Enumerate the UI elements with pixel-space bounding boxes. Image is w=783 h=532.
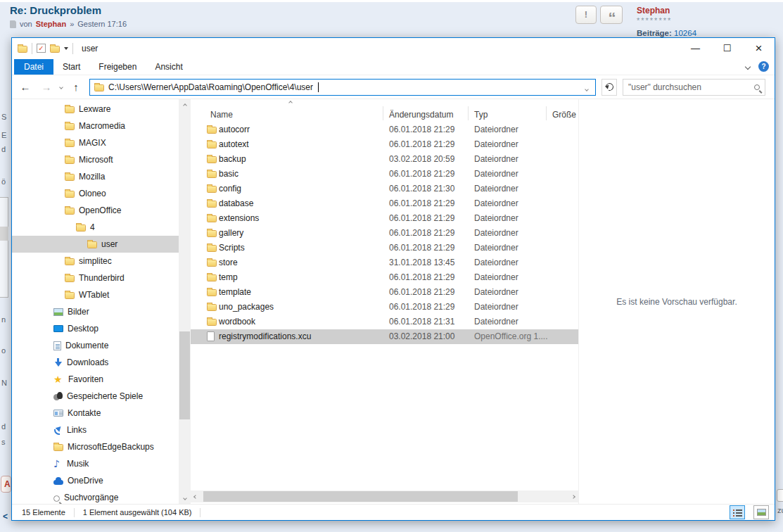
- tree-item-openoffice[interactable]: OpenOffice: [12, 202, 179, 219]
- history-dropdown-icon[interactable]: [59, 85, 63, 89]
- tree-item-links[interactable]: Links: [12, 422, 179, 438]
- tree-item-kontakte[interactable]: Kontakte: [12, 405, 179, 422]
- file-row-registrymodifications-selected[interactable]: registrymodifications.xcu03.02.2018 21:0…: [191, 329, 578, 344]
- file-row-temp[interactable]: temp06.01.2018 21:29Dateiordner: [191, 270, 578, 285]
- tree-scrollbar[interactable]: [179, 99, 191, 504]
- tree-item-4[interactable]: 4: [12, 219, 179, 236]
- tree-item-suchvorgaenge[interactable]: Suchvorgänge: [12, 489, 179, 504]
- tree-item-mozilla[interactable]: Mozilla: [12, 168, 179, 185]
- file-row-config[interactable]: config06.01.2018 21:30Dateiordner: [191, 182, 578, 196]
- tree-item-downloads[interactable]: Downloads: [12, 354, 179, 371]
- file-row-extensions[interactable]: extensions06.01.2018 21:29Dateiordner: [191, 211, 578, 226]
- customize-toolbar-arrow-icon[interactable]: [64, 47, 68, 50]
- column-separator[interactable]: [546, 106, 547, 120]
- tree-item-macromedia[interactable]: Macromedia: [12, 118, 179, 134]
- scrollbar-thumb[interactable]: [203, 491, 518, 502]
- tree-item-wtablet[interactable]: WTablet: [12, 286, 179, 303]
- tree-item-simplitec[interactable]: simplitec: [12, 253, 179, 270]
- address-dropdown-icon[interactable]: [583, 78, 591, 96]
- refresh-button[interactable]: [601, 79, 617, 96]
- scrollbar-thumb[interactable]: [179, 331, 190, 419]
- file-type: Dateiordner: [474, 211, 518, 226]
- column-header-name[interactable]: Name: [210, 110, 233, 120]
- address-input[interactable]: C:\Users\Werner\AppData\Roaming\OpenOffi…: [108, 82, 313, 92]
- tree-item-thunderbird[interactable]: Thunderbird: [12, 270, 179, 286]
- tree-item-label: Dokumente: [65, 341, 108, 350]
- file-row-store[interactable]: store31.01.2018 13:45Dateiordner: [191, 255, 578, 270]
- tree-item-bilder[interactable]: Bilder: [12, 303, 179, 320]
- tree-item-gespeicherte-spiele[interactable]: Gespeicherte Spiele: [12, 388, 179, 405]
- file-row-basic[interactable]: basic06.01.2018 21:29Dateiordner: [191, 167, 578, 182]
- column-header-type[interactable]: Typ: [474, 110, 488, 120]
- reply-button-fragment[interactable]: A: [1, 476, 11, 493]
- column-separator[interactable]: [468, 106, 469, 120]
- file-row-database[interactable]: database06.01.2018 21:29Dateiordner: [191, 196, 578, 211]
- expand-ribbon-icon[interactable]: [745, 63, 751, 69]
- tree-item-dokumente[interactable]: Dokumente: [12, 337, 179, 354]
- post-author-link[interactable]: Stephan: [36, 20, 66, 28]
- column-header-date[interactable]: Änderungsdatum: [389, 110, 453, 120]
- explorer-titlebar[interactable]: ✓ user — ☐ ×: [12, 38, 775, 58]
- back-button[interactable]: ←: [18, 81, 33, 93]
- tree-item-desktop[interactable]: Desktop: [12, 320, 179, 337]
- tab-start[interactable]: Start: [53, 59, 89, 75]
- file-row-autotext[interactable]: autotext06.01.2018 21:29Dateiordner: [191, 137, 578, 152]
- close-button[interactable]: ×: [743, 38, 775, 58]
- forward-button[interactable]: →: [39, 81, 54, 93]
- folder-icon: [65, 292, 75, 299]
- help-button[interactable]: ?: [758, 61, 769, 72]
- tree-item-microsoftedgebackups[interactable]: MicrosoftEdgeBackups: [12, 438, 179, 455]
- column-header-size[interactable]: Größe: [552, 110, 576, 120]
- file-type: Dateiordner: [474, 315, 518, 329]
- tree-item-magix[interactable]: MAGIX: [12, 134, 179, 151]
- tree-item-microsoft[interactable]: Microsoft: [12, 151, 179, 168]
- properties-icon[interactable]: ✓: [37, 44, 46, 53]
- search-input[interactable]: [628, 82, 754, 92]
- file-row-uno-packages[interactable]: uno_packages06.01.2018 21:29Dateiordner: [191, 300, 578, 315]
- tab-datei[interactable]: Datei: [14, 59, 53, 75]
- scroll-down-arrow[interactable]: [179, 492, 191, 504]
- maximize-button[interactable]: ☐: [711, 38, 743, 58]
- tree-item-favoriten[interactable]: ★Favoriten: [12, 371, 179, 388]
- tab-freigeben[interactable]: Freigeben: [89, 59, 146, 75]
- file-row-template[interactable]: template06.01.2018 21:29Dateiordner: [191, 285, 578, 300]
- file-row-gallery[interactable]: gallery06.01.2018 21:29Dateiordner: [191, 226, 578, 241]
- scroll-left-arrow[interactable]: [191, 490, 200, 502]
- tree-item-onedrive[interactable]: OneDrive: [12, 472, 179, 489]
- file-row-scripts[interactable]: Scripts06.01.2018 21:29Dateiordner: [191, 241, 578, 255]
- file-type: Dateiordner: [474, 167, 518, 182]
- thumbnails-view-button[interactable]: [753, 505, 769, 519]
- file-row-autocorr[interactable]: autocorr06.01.2018 21:29Dateiordner: [191, 122, 578, 137]
- tree-item-lexware[interactable]: Lexware: [12, 101, 179, 118]
- profile-username[interactable]: Stephan: [637, 6, 696, 15]
- file-date: 31.01.2018 13:45: [389, 255, 454, 270]
- file-list-horizontal-scrollbar[interactable]: [191, 490, 578, 502]
- minimize-button[interactable]: —: [680, 38, 711, 58]
- new-folder-icon[interactable]: [50, 46, 60, 53]
- tree-item-user-selected[interactable]: user: [12, 236, 179, 253]
- file-type: Dateiordner: [474, 285, 518, 300]
- pagination-fragment[interactable]: <: [3, 512, 8, 521]
- profile-posts-count[interactable]: 10264: [674, 29, 696, 37]
- file-row-backup[interactable]: backup03.02.2018 20:59Dateiordner: [191, 152, 578, 167]
- file-type: Dateiordner: [474, 270, 518, 285]
- folder-icon: [207, 141, 217, 148]
- report-post-button[interactable]: !: [575, 6, 597, 24]
- file-date: 03.02.2018 21:00: [389, 329, 454, 344]
- tree-item-label: Macromedia: [79, 121, 125, 131]
- selection-band-fragment: [0, 227, 8, 241]
- up-button[interactable]: ↑: [68, 81, 84, 93]
- details-view-button[interactable]: [730, 505, 745, 519]
- address-bar[interactable]: C:\Users\Werner\AppData\Roaming\OpenOffi…: [89, 79, 596, 96]
- column-separator[interactable]: [383, 106, 383, 120]
- quote-box-fragment: [0, 197, 8, 298]
- tree-item-oloneo[interactable]: Oloneo: [12, 185, 179, 202]
- scroll-up-arrow[interactable]: [179, 99, 191, 111]
- tab-ansicht[interactable]: Ansicht: [146, 59, 191, 75]
- quote-post-button[interactable]: “: [600, 6, 623, 24]
- file-row-wordbook[interactable]: wordbook06.01.2018 21:31Dateiordner: [191, 315, 578, 329]
- search-box[interactable]: [623, 79, 765, 96]
- file-name: gallery: [219, 226, 243, 241]
- tree-item-musik[interactable]: ♪Musik: [12, 455, 179, 472]
- scroll-right-arrow[interactable]: [568, 490, 578, 502]
